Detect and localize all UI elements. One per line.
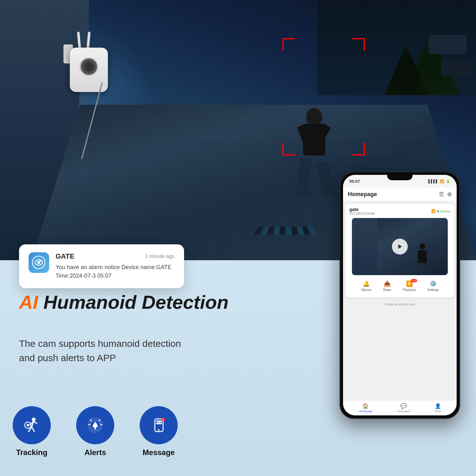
svg-point-24 bbox=[158, 422, 159, 423]
phone-screen: 05:07 ▌▌▌▌ 📶 🔋 Homepage ☰ ⊕ bbox=[343, 175, 457, 415]
play-button[interactable] bbox=[392, 239, 408, 255]
phone-status-icons: ▌▌▌▌ 📶 🔋 bbox=[428, 179, 450, 183]
message-icon-circle: ••• bbox=[140, 406, 178, 444]
nav-homepage-label: Homepage bbox=[359, 410, 373, 413]
detection-description: The cam supports humanoid detection and … bbox=[19, 336, 181, 365]
cars-area bbox=[381, 16, 476, 79]
feature-message: ••• Message bbox=[140, 406, 178, 457]
detection-heading: AI Humanoid Detection bbox=[19, 292, 228, 313]
notification-content: GATE 1 minute ago You have an alarm noti… bbox=[56, 252, 175, 280]
nav-mine-label: Mine bbox=[435, 410, 441, 413]
add-icon[interactable]: ⊕ bbox=[447, 191, 452, 198]
feed-wall bbox=[352, 218, 377, 275]
svg-line-7 bbox=[32, 427, 34, 432]
notification-app-icon bbox=[29, 252, 49, 273]
car-2 bbox=[441, 60, 473, 76]
share-button[interactable]: 📤 Share bbox=[383, 280, 391, 292]
svg-text:•••: ••• bbox=[162, 419, 164, 421]
phone-bottom-nav: 🏠 Homepage 💬 Messages 👤 Mine bbox=[343, 400, 457, 415]
silence-button[interactable]: 🔔 Silence bbox=[361, 280, 371, 292]
notification-header: GATE 1 minute ago bbox=[56, 252, 175, 261]
svg-point-11 bbox=[27, 424, 29, 426]
nav-messages[interactable]: 💬 Messages bbox=[397, 403, 410, 413]
tracking-box bbox=[282, 38, 365, 155]
phone-notch bbox=[387, 172, 413, 180]
battery-icon: 🔋 bbox=[446, 179, 450, 183]
svg-point-23 bbox=[156, 422, 157, 423]
settings-button[interactable]: ⚙️ Settings bbox=[427, 280, 439, 292]
svg-marker-29 bbox=[398, 244, 402, 249]
list-icon[interactable]: ☰ bbox=[439, 191, 444, 198]
svg-point-15 bbox=[95, 428, 96, 429]
ai-prefix: AI bbox=[19, 292, 38, 313]
playback-button[interactable]: ▶️ 1.5 Playback bbox=[403, 280, 416, 292]
signal-icon: ▌▌▌▌ bbox=[428, 179, 438, 183]
playback-badge: 1.5 bbox=[411, 279, 417, 282]
tracking-icon-circle bbox=[13, 406, 51, 444]
tracking-corner-bl bbox=[282, 143, 295, 155]
feed-intruder-legs bbox=[416, 264, 429, 273]
features-row: Tracking bbox=[13, 406, 178, 457]
camera-feed-thumbnail[interactable] bbox=[352, 218, 448, 275]
tracking-corner-tl bbox=[282, 38, 295, 51]
intruder-leg-left bbox=[297, 158, 312, 197]
bottom-line-content: I have a bottom line bbox=[385, 302, 415, 306]
app-title: Homepage bbox=[348, 191, 377, 198]
motion-shadow bbox=[254, 227, 317, 235]
description-text: The cam supports humanoid detection bbox=[19, 336, 181, 351]
wifi-icon: 📶 bbox=[440, 179, 444, 183]
share-icon: 📤 bbox=[384, 280, 391, 287]
feed-intruder-body bbox=[418, 250, 427, 263]
silence-icon: 🔔 bbox=[363, 280, 370, 287]
notification-body: You have an alarm notice Device name:GAT… bbox=[56, 263, 175, 280]
bottom-section: GATE 1 minute ago You have an alarm noti… bbox=[0, 260, 476, 476]
alerts-label: Alerts bbox=[84, 448, 106, 457]
feed-leg-l bbox=[418, 264, 422, 273]
nav-messages-label: Messages bbox=[397, 410, 410, 413]
tracking-label: Tracking bbox=[16, 448, 48, 457]
antenna-1 bbox=[77, 32, 81, 49]
device-card: gate VE21981022KWB 📶 Online bbox=[346, 204, 454, 297]
wifi-signal-icon: 📶 bbox=[431, 209, 436, 213]
svg-point-2 bbox=[37, 261, 40, 264]
feature-alerts: Alerts bbox=[76, 406, 114, 457]
notification-body-line2: Time:2024-07-3 05:07 bbox=[56, 272, 175, 280]
heading-rest: Humanoid Detection bbox=[38, 292, 228, 313]
share-label: Share bbox=[383, 288, 391, 292]
tracking-corner-br bbox=[352, 143, 365, 155]
feed-leg-r bbox=[423, 264, 427, 273]
playback-label: Playback bbox=[403, 288, 416, 292]
device-status: 📶 Online bbox=[431, 209, 450, 213]
svg-point-3 bbox=[40, 260, 42, 261]
device-header: gate VE21981022KWB 📶 Online bbox=[349, 207, 450, 215]
mine-icon: 👤 bbox=[435, 403, 441, 409]
settings-label: Settings bbox=[427, 288, 439, 292]
notification-title: GATE bbox=[56, 252, 74, 261]
silence-label: Silence bbox=[361, 288, 371, 292]
svg-rect-16 bbox=[95, 422, 96, 423]
nav-mine[interactable]: 👤 Mine bbox=[435, 403, 441, 413]
tracking-corner-tr bbox=[352, 38, 365, 51]
nav-homepage[interactable]: 🏠 Homepage bbox=[359, 403, 373, 413]
action-bar: 🔔 Silence 📤 Share ▶️ 1.5 Playback ⚙️ bbox=[352, 278, 448, 294]
status-label: Online bbox=[440, 209, 450, 213]
message-label: Message bbox=[142, 448, 175, 457]
svg-point-25 bbox=[160, 422, 161, 423]
svg-line-9 bbox=[34, 421, 37, 423]
description-text-2: and push alerts to APP bbox=[19, 351, 181, 365]
device-id: VE21981022KWB bbox=[349, 212, 375, 215]
notification-card: GATE 1 minute ago You have an alarm noti… bbox=[19, 244, 184, 288]
device-info: gate VE21981022KWB bbox=[349, 207, 375, 215]
bottom-line-text: I have a bottom line bbox=[343, 300, 457, 309]
camera-lens bbox=[79, 57, 98, 76]
camera-body bbox=[70, 48, 108, 92]
status-dot bbox=[437, 210, 439, 212]
home-icon: 🏠 bbox=[362, 403, 369, 409]
app-header-icons: ☰ ⊕ bbox=[439, 191, 452, 198]
alerts-icon-circle bbox=[76, 406, 114, 444]
antenna-2 bbox=[87, 32, 91, 49]
notification-body-line1: You have an alarm notice Device name:GAT… bbox=[56, 263, 175, 272]
device-name: gate bbox=[349, 207, 375, 212]
messages-icon: 💬 bbox=[400, 403, 407, 409]
intruder-leg-right bbox=[316, 161, 334, 197]
